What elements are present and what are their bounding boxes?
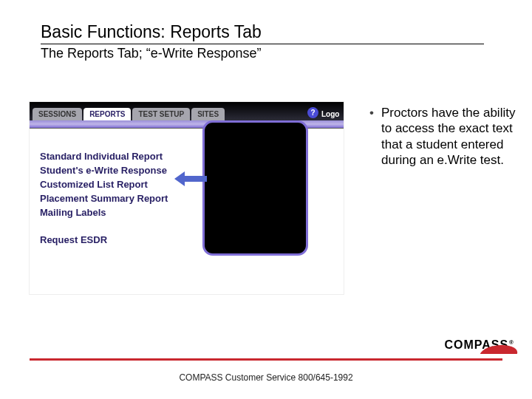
callout-panel bbox=[202, 120, 308, 256]
tab-sessions[interactable]: SESSIONS bbox=[33, 108, 82, 120]
swoosh-icon bbox=[482, 341, 519, 358]
slide-subtitle: The Reports Tab; “e-Write Response” bbox=[41, 46, 261, 61]
compass-logo: COMPASS® bbox=[444, 334, 519, 356]
slide-title: Basic Functions: Reports Tab bbox=[41, 22, 484, 44]
tab-reports[interactable]: REPORTS bbox=[83, 108, 131, 120]
slide: Basic Functions: Reports Tab The Reports… bbox=[0, 0, 532, 399]
bullet-item: • Proctors have the ability to access th… bbox=[369, 105, 521, 168]
help-icon[interactable]: ? bbox=[307, 107, 318, 118]
bullet-list: • Proctors have the ability to access th… bbox=[369, 105, 521, 168]
tab-test-setup[interactable]: TEST SETUP bbox=[132, 108, 190, 120]
tab-sites[interactable]: SITES bbox=[191, 108, 225, 120]
bullet-dot-icon: • bbox=[369, 105, 381, 168]
footer-rule bbox=[30, 358, 502, 361]
bullet-text: Proctors have the ability to access the … bbox=[381, 105, 521, 168]
app-tab-bar: SESSIONS REPORTS TEST SETUP SITES ? Logo bbox=[30, 102, 344, 120]
footer-text: COMPASS Customer Service 800/645-1992 bbox=[0, 372, 532, 383]
arrow-left-icon bbox=[174, 174, 207, 183]
logoff-link[interactable]: Logo bbox=[321, 110, 345, 118]
